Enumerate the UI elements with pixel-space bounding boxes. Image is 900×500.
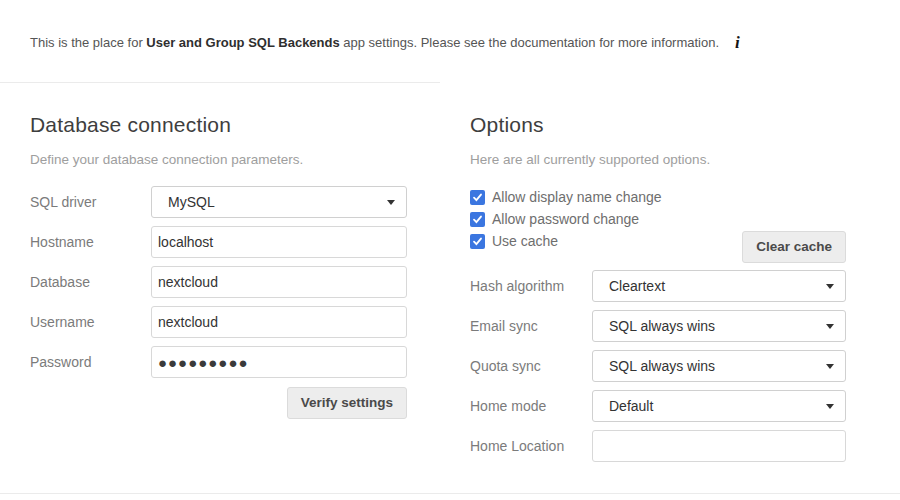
checkbox-label: Allow password change — [492, 211, 639, 227]
settings-description: This is the place for User and Group SQL… — [30, 34, 850, 51]
bottom-divider — [0, 493, 900, 494]
checkbox-label: Allow display name change — [492, 189, 662, 205]
password-label: Password — [30, 354, 151, 370]
info-icon[interactable]: i — [735, 35, 740, 51]
options-fields: Hash algorithm Cleartext Email sync SQL … — [470, 270, 846, 462]
app-name: User and Group SQL Backends — [146, 35, 339, 50]
password-input[interactable] — [151, 346, 407, 378]
clear-cache-button[interactable]: Clear cache — [742, 231, 846, 263]
email-sync-select-wrap: SQL always wins — [592, 310, 846, 342]
home-mode-select-wrap: Default — [592, 390, 846, 422]
checked-checkbox-icon[interactable] — [470, 234, 485, 249]
email-sync-select[interactable]: SQL always wins — [592, 310, 846, 342]
home-mode-row: Home mode Default — [470, 390, 846, 422]
quota-sync-select-wrap: SQL always wins — [592, 350, 846, 382]
database-input[interactable] — [151, 266, 407, 298]
sql-driver-label: SQL driver — [30, 194, 151, 210]
quota-sync-label: Quota sync — [470, 358, 592, 374]
sql-driver-row: SQL driver MySQL — [30, 186, 407, 218]
hostname-label: Hostname — [30, 234, 151, 250]
verify-settings-button[interactable]: Verify settings — [287, 387, 407, 419]
options-section-subtitle: Here are all currently supported options… — [470, 152, 846, 168]
hash-algorithm-select-wrap: Cleartext — [592, 270, 846, 302]
app-settings-page: This is the place for User and Group SQL… — [0, 0, 900, 500]
hash-algorithm-select[interactable]: Cleartext — [592, 270, 846, 302]
database-row: Database — [30, 266, 407, 298]
checked-checkbox-icon[interactable] — [470, 212, 485, 227]
home-location-input[interactable] — [592, 430, 846, 462]
hash-algorithm-label: Hash algorithm — [470, 278, 592, 294]
database-section-title: Database connection — [30, 111, 407, 139]
checked-checkbox-icon[interactable] — [470, 190, 485, 205]
sql-driver-select[interactable]: MySQL — [151, 186, 407, 218]
email-sync-row: Email sync SQL always wins — [470, 310, 846, 342]
database-label: Database — [30, 274, 151, 290]
hostname-row: Hostname — [30, 226, 407, 258]
home-mode-label: Home mode — [470, 398, 592, 414]
email-sync-label: Email sync — [470, 318, 592, 334]
options-section-title: Options — [470, 111, 846, 139]
username-row: Username — [30, 306, 407, 338]
password-row: Password — [30, 346, 407, 378]
checkbox-allow-display-name-change[interactable]: Allow display name change — [470, 186, 846, 208]
home-location-label: Home Location — [470, 438, 592, 454]
home-location-row: Home Location — [470, 430, 846, 462]
description-text-before: This is the place for — [30, 35, 146, 50]
options-section: Options Here are all currently supported… — [470, 82, 846, 470]
sql-driver-select-wrap: MySQL — [151, 186, 407, 218]
database-section-subtitle: Define your database connection paramete… — [30, 152, 407, 168]
quota-sync-row: Quota sync SQL always wins — [470, 350, 846, 382]
verify-button-row: Verify settings — [30, 387, 407, 419]
hash-algorithm-row: Hash algorithm Cleartext — [470, 270, 846, 302]
checkbox-allow-password-change[interactable]: Allow password change — [470, 208, 846, 230]
checkbox-label: Use cache — [492, 233, 558, 249]
quota-sync-select[interactable]: SQL always wins — [592, 350, 846, 382]
database-connection-section: Database connection Define your database… — [30, 82, 407, 419]
description-text-after: app settings. Please see the documentati… — [340, 35, 719, 50]
home-mode-select[interactable]: Default — [592, 390, 846, 422]
hostname-input[interactable] — [151, 226, 407, 258]
username-label: Username — [30, 314, 151, 330]
username-input[interactable] — [151, 306, 407, 338]
